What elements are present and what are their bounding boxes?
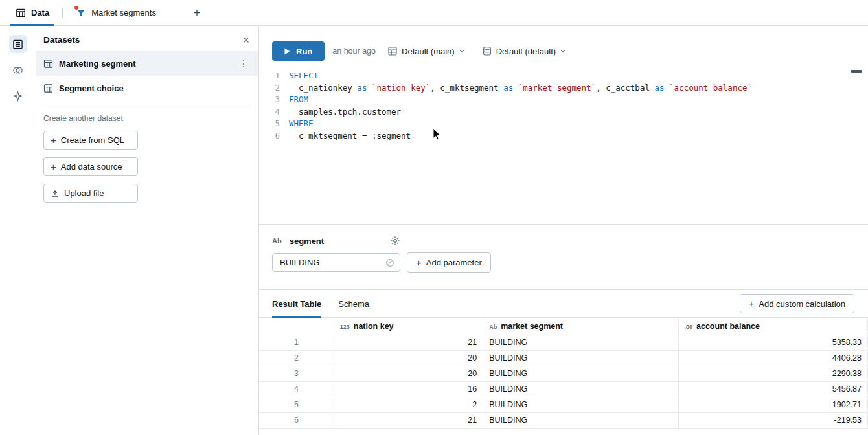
last-run-timestamp: an hour ago <box>332 47 376 56</box>
tab-bar: Data Market segments + <box>0 0 868 26</box>
table-icon <box>43 84 53 93</box>
result-tabs: Result TableSchema <box>272 290 369 317</box>
dataset-item-marketing-segment[interactable]: Marketing segment⋮ <box>36 51 258 76</box>
sql-code[interactable]: 1SELECT2 c_nationkey as `nation key`, c_… <box>259 70 868 142</box>
code-line[interactable]: 6 c_mktsegment = :segment <box>259 130 868 142</box>
dataset-list: Marketing segment⋮Segment choice <box>36 51 258 100</box>
column-header-nation-key[interactable]: 123nation key <box>334 318 483 335</box>
tab-result-table[interactable]: Result Table <box>272 290 321 317</box>
rail-sparkle-button[interactable] <box>9 87 27 105</box>
sidebar-buttons: +Create from SQL+Add data sourceUpload f… <box>36 131 258 203</box>
line-number: 5 <box>259 118 289 130</box>
plus-icon: + <box>51 137 56 144</box>
table-icon <box>43 59 53 69</box>
table-row[interactable]: 220BUILDING4406.28 <box>259 350 868 366</box>
table-row[interactable]: 52BUILDING1902.71 <box>259 397 868 412</box>
add-data-source-button[interactable]: +Add data source <box>43 157 138 176</box>
add-tab-button[interactable]: + <box>188 6 205 19</box>
row-number: 3 <box>259 366 334 381</box>
table-cell: 5456.87 <box>678 381 868 397</box>
parameter-input-wrap <box>272 253 400 272</box>
clear-value-icon[interactable] <box>385 258 394 267</box>
run-button[interactable]: Run <box>272 41 325 61</box>
column-header-account-balance[interactable]: .00account balance <box>678 318 868 335</box>
table-cell: BUILDING <box>483 350 678 366</box>
add-custom-calculation-button[interactable]: + Add custom calculation <box>740 294 854 313</box>
table-cell: -219.53 <box>678 412 868 428</box>
plus-icon: + <box>416 259 422 267</box>
line-number: 6 <box>259 130 289 142</box>
line-number: 1 <box>259 70 289 82</box>
kebab-menu-icon[interactable]: ⋮ <box>236 58 251 69</box>
upload-file-button[interactable]: Upload file <box>43 184 138 203</box>
row-number: 1 <box>259 335 334 350</box>
column-label: nation key <box>354 322 394 331</box>
tab-market-segments-label: Market segments <box>91 8 156 17</box>
table-cell: BUILDING <box>483 381 678 397</box>
table-cell: BUILDING <box>483 366 678 381</box>
table-cell: 2 <box>334 397 483 412</box>
table-cell: 21 <box>334 335 483 350</box>
table-cell: 1902.71 <box>678 397 868 412</box>
tab-market-segments[interactable]: Market segments <box>69 0 163 25</box>
data-grid-icon <box>16 8 26 18</box>
code-line[interactable]: 2 c_nationkey as `nation key`, c_mktsegm… <box>259 82 868 95</box>
chevron-down-icon <box>459 48 465 54</box>
table-cell: BUILDING <box>483 335 678 350</box>
results-panel: Result TableSchema + Add custom calculat… <box>259 289 868 435</box>
line-number: 4 <box>259 106 289 118</box>
rail-datasets-button[interactable] <box>9 35 27 53</box>
table-cell: 5358.33 <box>678 335 868 350</box>
sparkle-icon <box>12 91 23 102</box>
datasets-panel-icon <box>12 39 23 50</box>
dataset-item-segment-choice[interactable]: Segment choice <box>36 76 258 100</box>
filter-alert-dot <box>74 6 78 10</box>
parameter-value-input[interactable] <box>274 258 385 267</box>
table-row[interactable]: 121BUILDING5358.33 <box>259 335 868 350</box>
tab-data[interactable]: Data <box>9 0 56 25</box>
panel-title: Datasets <box>43 35 80 45</box>
row-number: 4 <box>259 381 334 397</box>
editor-toolbar: Run an hour ago Default (main) <box>259 26 868 61</box>
table-row[interactable]: 416BUILDING5456.87 <box>259 381 868 397</box>
tab-data-label: Data <box>31 8 49 17</box>
gear-icon[interactable] <box>390 236 400 246</box>
table-row[interactable]: 621BUILDING-219.53 <box>259 412 868 428</box>
string-parameter-type-icon: Ab <box>272 237 282 245</box>
rail-join-button[interactable] <box>9 61 27 79</box>
join-icon <box>12 65 23 76</box>
result-table: 123nation keyAbmarket segment.00account … <box>259 318 868 429</box>
close-panel-icon[interactable]: × <box>242 36 249 45</box>
icon-rail <box>0 26 36 435</box>
dataset-label: Marketing segment <box>59 59 135 69</box>
plus-icon: + <box>749 300 755 307</box>
catalog-selector[interactable]: Default (main) <box>387 46 465 56</box>
filter-funnel-icon <box>76 8 86 18</box>
code-line[interactable]: 5WHERE <box>259 118 868 130</box>
catalog-icon <box>387 46 398 56</box>
code-line[interactable]: 1SELECT <box>259 70 868 82</box>
code-line[interactable]: 3FROM <box>259 94 868 106</box>
main-panel: Run an hour ago Default (main) <box>259 26 868 435</box>
line-number: 3 <box>259 94 289 106</box>
column-label: account balance <box>696 322 760 331</box>
editor-scrollbar-thumb[interactable] <box>851 70 862 72</box>
tab-schema[interactable]: Schema <box>338 290 369 317</box>
parameters-panel: Ab segment <box>259 224 868 289</box>
table-cell: 20 <box>334 350 483 366</box>
table-row[interactable]: 320BUILDING2290.38 <box>259 366 868 381</box>
create-from-sql-button[interactable]: +Create from SQL <box>43 131 138 150</box>
table-cell: 2290.38 <box>678 366 868 381</box>
table-cell: 4406.28 <box>678 350 868 366</box>
column-label: market segment <box>501 322 563 331</box>
column-type-icon: Ab <box>489 324 497 330</box>
column-header-market-segment[interactable]: Abmarket segment <box>483 318 678 335</box>
table-cell: BUILDING <box>483 397 678 412</box>
add-parameter-button[interactable]: + Add parameter <box>407 252 491 273</box>
plus-icon: + <box>51 163 56 171</box>
column-type-icon: .00 <box>685 324 693 330</box>
code-line[interactable]: 4 samples.tpch.customer <box>259 106 868 118</box>
column-type-icon: 123 <box>340 324 350 330</box>
row-number: 5 <box>259 397 334 412</box>
schema-selector[interactable]: Default (default) <box>482 46 567 56</box>
